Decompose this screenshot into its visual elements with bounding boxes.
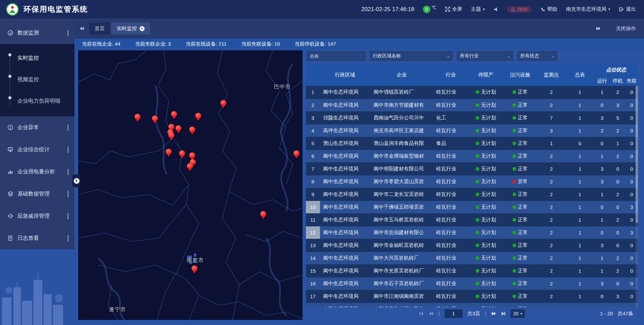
company-cell[interactable]: 阆中明阳建材有限公司 — [370, 162, 433, 175]
map-pin[interactable] — [171, 111, 177, 120]
enterprise-table: 1阆中生态环境局阆中强锐页岩砖厂砖瓦行业无计划正常211202阆中生态环境局阆中… — [306, 86, 638, 307]
map-pin[interactable] — [195, 113, 201, 121]
company-cell[interactable]: 南充市高坪区王家店建 — [370, 124, 433, 137]
company-cell[interactable]: 阆中市石子页岩机砖厂 — [370, 277, 433, 290]
run-cell: 3 — [594, 162, 610, 175]
page-number-input[interactable] — [444, 309, 463, 318]
company-cell[interactable]: 营山县润丰肉食品有限 — [370, 137, 433, 150]
company-cell[interactable]: 阆中市江南镇阆南页岩 — [370, 290, 433, 303]
map-pin[interactable] — [175, 125, 181, 134]
sidebar-collapse-button[interactable] — [72, 174, 80, 187]
map-pin[interactable] — [192, 265, 198, 274]
company-cell[interactable]: 阆中市光富页岩机砖厂 — [370, 264, 433, 277]
table-row[interactable]: 18南部生态环境局南部县嘉华水泥有限公建材加工无计划正常60050 — [306, 303, 638, 307]
stop-status-cell: 无计划 — [469, 303, 503, 307]
table-row[interactable]: 2阆中生态环境局阆中市南方节能建材有砖瓦行业无计划正常21030 — [306, 99, 638, 111]
status-select[interactable]: 所有状态 ⌄ — [517, 50, 558, 62]
status-dot — [476, 116, 479, 120]
sidebar-item-video-monitor[interactable]: 视频监控 — [0, 69, 74, 90]
table-row[interactable]: 12阆中生态环境局阆中市忠信建材有限公砖瓦行业无计划正常21003 — [306, 226, 638, 239]
map-pin[interactable] — [187, 163, 193, 172]
industry-select[interactable]: 所有行业 ⌄ — [456, 50, 514, 62]
tabs-scroll-left-button[interactable] — [79, 26, 85, 31]
map-pin[interactable] — [293, 150, 300, 159]
table-row[interactable]: 13阆中生态环境局阆中市金福旺页岩机砖砖瓦行业无计划正常21300 — [306, 239, 638, 252]
collapse-arrow-icon — [74, 178, 79, 184]
tab-realtime-monitor[interactable]: 实时监控 × — [111, 22, 150, 35]
table-row[interactable]: 8阆中生态环境局阆中市枣碧大梁山页岩砖瓦行业无计划异常21300 — [306, 175, 638, 188]
next-page-button[interactable] — [491, 311, 496, 316]
fullscreen-button[interactable]: 全屏 — [445, 6, 462, 12]
close-operations-button[interactable]: 关闭操作 — [616, 25, 636, 32]
table-row[interactable]: 16阆中生态环境局阆中市石子页岩机砖厂砖瓦行业无计划正常21300 — [306, 277, 638, 290]
table-row[interactable]: 7阆中生态环境局阆中明阳建材有限公司砖瓦行业无计划正常21300 — [306, 162, 638, 175]
sidebar-item-realtime-monitor[interactable]: 实时监控 — [0, 47, 74, 69]
company-cell[interactable]: 阆中千佛镇五郎垭页岩 — [370, 201, 433, 213]
table-row[interactable]: 9阆中生态环境局阆中市二龙长宝页岩砖砖瓦行业无计划正常21120 — [306, 188, 638, 201]
theme-dropdown[interactable]: 主题 ▾ — [471, 6, 485, 12]
map-pin[interactable] — [152, 115, 158, 124]
previous-page-button[interactable] — [428, 311, 434, 316]
company-cell[interactable]: 阆中大兴页岩机砖厂 — [370, 252, 433, 264]
map-pin[interactable] — [168, 132, 174, 141]
organization-dropdown[interactable]: 南充市生态环境局 ▾ — [566, 6, 610, 12]
company-cell[interactable]: 西南油气田分公司川中 — [370, 111, 433, 124]
company-cell[interactable]: 阆中强锐页岩砖厂 — [370, 86, 433, 99]
log-document-icon — [7, 235, 13, 241]
close-tab-icon[interactable]: × — [140, 26, 145, 31]
company-cell[interactable]: 阆中市忠信建材有限公 — [370, 226, 433, 239]
map-canvas[interactable]: 巴中市南充市遂宁市 — [78, 50, 303, 320]
table-row[interactable]: 17阆中生态环境局阆中市江南镇阆南页岩砖瓦行业无计划正常21030 — [306, 290, 638, 303]
sidebar-item-log-view[interactable]: 日志查看 — [0, 227, 74, 249]
facility-status-cell: 正常 — [503, 239, 537, 252]
company-cell[interactable]: 阆中市五马桥页岩机砖 — [370, 213, 433, 226]
region-select[interactable]: 行政区域名称 ⌄ — [369, 50, 453, 62]
company-cell[interactable]: 阆中市二龙长宝页岩砖 — [370, 188, 433, 201]
name-filter-input[interactable] — [306, 50, 366, 62]
map-pin[interactable] — [189, 127, 195, 136]
table-row[interactable]: 15阆中生态环境局阆中市光富页岩机砖厂砖瓦行业无计划正常21120 — [306, 264, 638, 277]
help-button[interactable]: 帮助 — [540, 6, 557, 12]
row-index-cell: 15 — [306, 264, 320, 277]
table-row[interactable]: 14阆中生态环境局阆中大兴页岩机砖厂砖瓦行业无计划正常21120 — [306, 252, 638, 264]
map-pin[interactable] — [220, 100, 226, 109]
map-pin[interactable] — [166, 149, 172, 158]
table-row[interactable]: 1阆中生态环境局阆中强锐页岩砖厂砖瓦行业无计划正常21120 — [306, 86, 638, 99]
sidebar-item-emergency-reduction[interactable]: 应急减排管理 — [0, 205, 74, 227]
sidebar-item-power-load-detail[interactable]: 企业电力负荷明细 — [0, 90, 74, 112]
notification-badge[interactable]: 2632 — [507, 6, 532, 13]
table-body-scroll[interactable]: 1阆中生态环境局阆中强锐页岩砖厂砖瓦行业无计划正常211202阆中生态环境局阆中… — [306, 86, 638, 307]
sidebar-item-power-analysis[interactable]: 企业用电量分析 — [0, 161, 74, 183]
region-cell: 阆中生态环境局 — [320, 86, 370, 99]
page-size-select[interactable]: 20 ▾ — [511, 309, 525, 318]
company-cell[interactable]: 阆中市金福旺页岩机砖 — [370, 239, 433, 252]
next-page-icon — [491, 311, 496, 316]
company-cell[interactable]: 阆中市金博瑞新型墙材 — [370, 150, 433, 162]
table-row[interactable]: 5营山生态环境局营山县润丰肉食品有限食品无计划正常10010 — [306, 137, 638, 150]
table-row[interactable]: 10阆中生态环境局阆中千佛镇五郎垭页岩砖瓦行业无计划正常21003 — [306, 201, 638, 213]
sidebar-item-base-data[interactable]: 基础数据管理 — [0, 183, 74, 205]
table-row[interactable]: 11阆中生态环境局阆中市五马桥页岩机砖砖瓦行业无计划正常21120 — [306, 213, 638, 226]
company-cell[interactable]: 南部县嘉华水泥有限公 — [370, 303, 433, 307]
tab-home[interactable]: 首页 — [89, 22, 110, 35]
company-cell[interactable]: 阆中市南方节能建材有 — [370, 99, 433, 111]
first-page-button[interactable] — [419, 311, 424, 316]
sidebar-item-enterprise-statistics[interactable]: 企业综合统计 — [0, 139, 74, 161]
sidebar-item-data-monitor[interactable]: 数据监测 — [0, 22, 74, 44]
logout-button[interactable]: 退出 — [619, 6, 636, 12]
tabs-scroll-right-button[interactable] — [596, 26, 601, 31]
sidebar-item-enterprise-exception[interactable]: 企业异常 — [0, 116, 74, 139]
table-row[interactable]: 3仪陇生态环境局西南油气田分公司川中化工无计划正常71350 — [306, 111, 638, 124]
map-pin[interactable] — [260, 211, 266, 220]
company-cell[interactable]: 阆中市枣碧大梁山页岩 — [370, 175, 433, 188]
col-lost: 失联 — [625, 76, 638, 86]
map-pin[interactable] — [135, 114, 141, 122]
points-cell: 2 — [537, 239, 566, 252]
table-scrollbar[interactable] — [636, 86, 638, 307]
map-pin[interactable] — [179, 150, 185, 159]
mute-button[interactable] — [493, 7, 498, 12]
table-row[interactable]: 4高坪生态环境局南充市高坪区王家店建砖瓦行业无计划正常31220 — [306, 124, 638, 137]
table-row[interactable]: 6阆中生态环境局阆中市金博瑞新型墙材砖瓦行业无计划正常21120 — [306, 150, 638, 162]
enterprise-panel: 行政区域名称 ⌄ 所有行业 ⌄ 所有状态 ⌄ — [306, 50, 638, 320]
last-page-button[interactable] — [501, 311, 506, 316]
